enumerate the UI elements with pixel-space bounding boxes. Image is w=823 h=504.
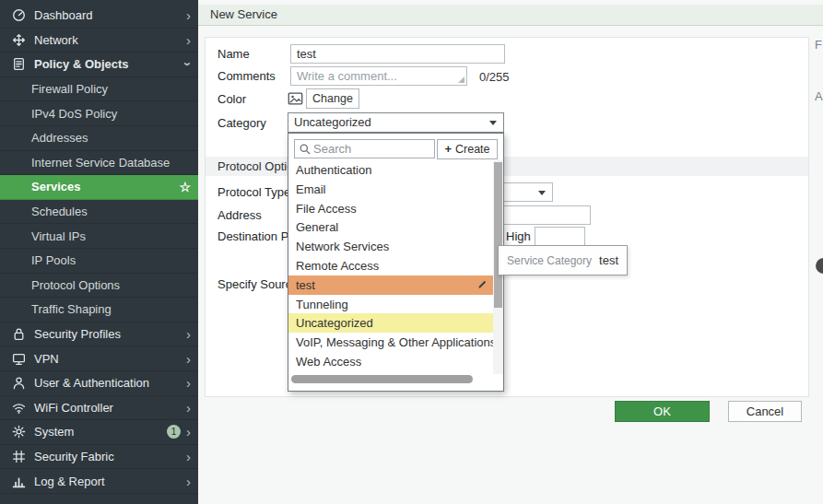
sidebar-item-policy-objects[interactable]: Policy & Objects›: [0, 53, 198, 77]
category-search-input[interactable]: Search: [294, 139, 435, 158]
category-option-web-proxy[interactable]: Web Proxy: [288, 371, 493, 374]
gear-icon: [11, 425, 26, 440]
chevron-right-icon: ›: [186, 450, 191, 463]
vertical-scrollbar-thumb[interactable]: [494, 162, 502, 308]
category-option-label: Remote Access: [296, 259, 379, 273]
high-port-label: High: [506, 229, 531, 244]
edit-pencil-icon[interactable]: [477, 279, 488, 289]
sidebar-item-vpn[interactable]: VPN›: [0, 346, 198, 371]
category-option-network-services[interactable]: Network Services: [288, 237, 493, 256]
category-option-label: Email: [296, 182, 326, 196]
favorite-star-icon[interactable]: ☆: [179, 180, 191, 194]
sidebar-item-label: Security Profiles: [34, 327, 121, 341]
sidebar-item-ipv4-dos-policy[interactable]: IPv4 DoS Policy: [0, 101, 198, 126]
sidebar-item-label: System: [34, 425, 74, 439]
sidebar-item-schedules[interactable]: Schedules: [0, 200, 198, 225]
sidebar-item-wifi-controller[interactable]: WiFi Controller›: [0, 396, 198, 421]
sidebar-item-label: Security Fabric: [34, 450, 114, 463]
fabric-icon: [11, 449, 26, 463]
category-option-tunneling[interactable]: Tunneling: [288, 295, 493, 314]
sidebar-item-label: IPv4 DoS Policy: [31, 107, 117, 121]
category-option-email[interactable]: Email: [288, 180, 493, 199]
sidebar-item-label: User & Authentication: [34, 376, 149, 390]
sidebar-item-label: VPN: [34, 352, 59, 366]
high-port-input[interactable]: [535, 227, 585, 246]
sidebar-item-user-authentication[interactable]: User & Authentication›: [0, 371, 198, 396]
category-option-authentication[interactable]: Authentication: [288, 160, 493, 180]
name-input[interactable]: test: [290, 44, 505, 64]
sidebar-item-label: Internet Service Database: [31, 156, 170, 170]
category-option-file-access[interactable]: File Access: [288, 199, 493, 218]
clipped-text-fragment: A: [815, 89, 823, 103]
pencil-icon: [477, 279, 488, 289]
sidebar-item-traffic-shaping[interactable]: Traffic Shaping: [0, 298, 198, 322]
resize-handle-icon[interactable]: [458, 76, 464, 83]
change-color-button[interactable]: Change: [306, 88, 359, 109]
category-option-label: Web Access: [296, 355, 361, 369]
lock-icon: [11, 327, 26, 342]
category-option-uncategorized[interactable]: Uncategorized: [288, 313, 493, 333]
category-option-test[interactable]: test: [288, 275, 493, 295]
sidebar-item-label: Protocol Options: [31, 278, 120, 292]
comments-char-counter: 0/255: [479, 70, 510, 84]
collapsed-panel-handle[interactable]: [816, 258, 823, 274]
chevron-right-icon: ›: [186, 425, 191, 439]
fortigate-app: Dashboard›Network›Policy & Objects›Firew…: [0, 0, 823, 504]
sidebar-item-addresses[interactable]: Addresses: [0, 126, 198, 151]
category-option-label: Authentication: [296, 163, 371, 177]
create-category-button[interactable]: +Create: [437, 139, 498, 159]
sidebar-item-label: Virtual IPs: [31, 229, 86, 243]
cancel-button[interactable]: Cancel: [728, 401, 802, 422]
horizontal-scrollbar-thumb[interactable]: [291, 375, 473, 383]
sidebar-item-internet-service-database[interactable]: Internet Service Database: [0, 151, 198, 176]
chevron-right-icon: ›: [186, 33, 191, 47]
sidebar-item-label: Policy & Objects: [34, 57, 129, 71]
sidebar-item-services[interactable]: Services☆: [0, 175, 198, 200]
monitor-icon: [11, 351, 26, 366]
sidebar-item-label: Addresses: [31, 131, 88, 145]
notification-badge: 1: [167, 425, 181, 439]
category-option-remote-access[interactable]: Remote Access: [288, 256, 493, 275]
page-header: New Service: [198, 5, 823, 26]
main-navigation-sidebar: Dashboard›Network›Policy & Objects›Firew…: [0, 0, 198, 504]
sidebar-item-protocol-options[interactable]: Protocol Options: [0, 274, 198, 299]
category-option-general[interactable]: General: [288, 217, 493, 237]
protocol-type-label: Protocol Type: [218, 185, 290, 200]
sidebar-item-ip-pools[interactable]: IP Pools: [0, 249, 198, 274]
sidebar-item-security-fabric[interactable]: Security Fabric›: [0, 445, 198, 470]
category-dropdown-panel: Search +Create AuthenticationEmailFile A…: [288, 133, 504, 392]
category-label: Category: [218, 116, 266, 131]
category-option-label: Tunneling: [296, 298, 348, 311]
category-option-label: General: [296, 220, 338, 234]
sidebar-item-log-report[interactable]: Log & Report›: [0, 469, 198, 494]
category-option-voip-messaging-other-applications[interactable]: VoIP, Messaging & Other Applications: [288, 333, 493, 352]
category-option-label: test: [296, 278, 315, 292]
clipped-text-fragment: F: [815, 38, 822, 52]
sidebar-item-dashboard[interactable]: Dashboard›: [0, 4, 198, 29]
sidebar-item-network[interactable]: Network›: [0, 29, 198, 53]
category-option-web-access[interactable]: Web Access: [288, 352, 493, 371]
sidebar-item-firewall-policy[interactable]: Firewall Policy: [0, 77, 198, 102]
gauge-icon: [11, 8, 26, 23]
sidebar-item-label: WiFi Controller: [34, 401, 113, 415]
plus-icon: +: [444, 142, 452, 156]
sidebar-item-security-profiles[interactable]: Security Profiles›: [0, 322, 198, 347]
create-button-label: Create: [455, 143, 490, 156]
address-label: Address: [218, 208, 262, 223]
color-swatch-icon: [288, 91, 303, 106]
policy-objects-icon: [11, 57, 26, 72]
sidebar-item-label: Traffic Shaping: [31, 302, 112, 316]
comments-placeholder: Write a comment...: [297, 69, 397, 83]
comments-label: Comments: [218, 69, 276, 84]
sidebar-item-system[interactable]: System1›: [0, 420, 198, 445]
sidebar-item-virtual-ips[interactable]: Virtual IPs: [0, 224, 198, 249]
ok-button[interactable]: OK: [615, 401, 710, 422]
category-select[interactable]: Uncategorized: [288, 112, 504, 133]
page-title: New Service: [210, 7, 277, 21]
sidebar-item-label: Services: [31, 180, 81, 193]
service-category-tooltip: Service Category test: [498, 245, 628, 275]
network-icon: [11, 32, 26, 47]
chevron-right-icon: ›: [186, 352, 191, 366]
comments-input[interactable]: Write a comment...: [290, 66, 467, 86]
sidebar-item-label: Firewall Policy: [31, 82, 108, 96]
